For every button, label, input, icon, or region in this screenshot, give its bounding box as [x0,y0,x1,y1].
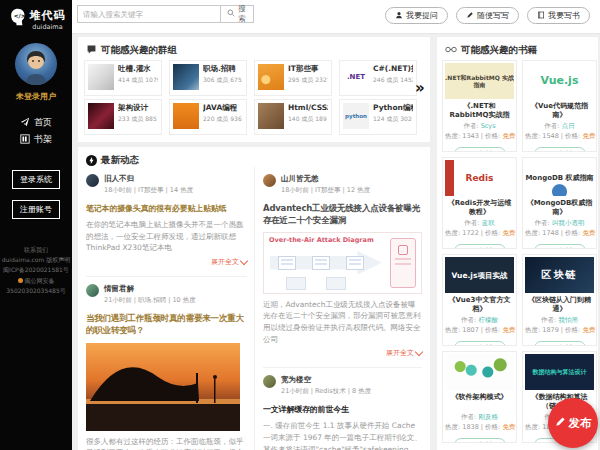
ask-question-button[interactable]: 我要提问 [385,7,448,24]
book-author-link[interactable]: 蓝联 [482,219,495,227]
feed-title: 最新动态 [101,154,139,167]
post-author[interactable]: 旧人不归 [104,174,193,184]
price-label: 免费 [502,229,515,237]
book-cover[interactable]: Redis [445,160,514,196]
book-title[interactable]: 《Vue3中文官方文档》 [445,296,514,315]
post-meta: 21小时前 | 职场.招聘 | 10 热度 [104,296,196,305]
book-cover[interactable] [445,354,514,390]
post-author[interactable]: 宽为楼空 [281,375,371,385]
start-reading-button[interactable]: 开始阅读 [454,147,506,152]
group-name[interactable]: 职场.招聘 [203,64,243,74]
book-author-link[interactable]: 刚及格 [478,413,498,421]
book-cover[interactable]: Vue.js项目实战 [445,257,514,293]
book-cover[interactable]: Vue.js [525,63,594,99]
footer-icp: 闽ICP备2020021581号 [0,265,72,275]
group-name[interactable]: Python编程 [373,103,413,113]
user-avatar[interactable] [86,284,99,297]
avatar[interactable] [15,43,57,85]
book-cover[interactable]: 区块链 [525,257,594,293]
post-title[interactable]: 笔记本的摄像头真的很有必要贴上贴贴纸 [86,203,247,214]
post-image-attack-diagram[interactable]: Over-the-Air Attack Diagram [263,232,422,294]
casual-write-button[interactable]: 随便写写 [456,7,519,24]
groups-title: 可能感兴趣的群组 [101,44,177,57]
group-avatar-python[interactable]: python [343,103,369,129]
groups-panel: 可能感兴趣的群组 吐槽.灌水 414 成员 1079 话题 +加关注 职场.招聘… [78,37,430,142]
user-avatar[interactable] [263,375,276,388]
start-reading-button[interactable]: 开始阅读 [454,341,506,346]
group-name[interactable]: Html/CSS相关 [288,103,328,113]
publish-button[interactable]: 发布 [548,398,598,448]
post-body: 在你的笔记本电脑上贴上摄像头并不是一个愚蠢的想法，一位安全工程师发现，通过刷新联… [86,219,247,254]
group-avatar[interactable] [258,64,284,90]
start-reading-button[interactable]: 开始阅读 [534,147,586,152]
logo[interactable]: </> 堆代码 duidaima [0,7,72,31]
user-avatar[interactable] [86,174,99,187]
pencil-icon [555,416,566,430]
price-label: 免费 [582,229,595,237]
start-reading-button[interactable]: 开始阅读 [534,244,586,249]
sidebar-item-bookshelf[interactable]: 书架 [0,131,72,148]
group-name[interactable]: 架构设计 [118,103,158,113]
svg-text:</>: </> [13,13,25,19]
book-author-link[interactable]: 柠檬酸 [478,316,498,324]
sidebar-item-home[interactable]: 首页 [0,114,72,131]
book-cover[interactable]: 数据结构与算法设计 [525,354,594,390]
group-avatar-dotnet[interactable]: .NET [343,64,369,90]
write-book-button[interactable]: 我要写书 [527,7,590,24]
post-title[interactable]: Advantech工业级无线接入点设备被曝光存在近二十个安全漏洞 [263,203,422,227]
post-author[interactable]: 情留君解 [104,284,196,294]
logo-head-icon: </> [7,7,27,31]
search-button[interactable]: 搜索 [220,5,254,23]
book-title[interactable]: 《软件架构模式》 [445,393,514,412]
group-card: 职场.招聘 306 成员 675 话题 +加关注 [169,60,247,96]
group-name[interactable]: 吐槽.灌水 [118,64,158,74]
post-author[interactable]: 山川皆无恙 [281,174,370,184]
footer-contact-link[interactable]: 联系我们 [0,245,72,255]
book-cover[interactable]: MongoDB 权威指南 [525,160,594,196]
groups-carousel-next[interactable]: » [415,79,425,97]
book-card: Redis 《Redis开发与运维教程》 作者: 蓝联 热度: 1722 | 价… [442,157,517,249]
group-avatar[interactable] [88,103,114,129]
expand-full-text-link[interactable]: 展开全文 [263,348,422,358]
sidebar-item-bookshelf-label: 书架 [34,133,52,146]
book-title[interactable]: 《Vue代码规范指南》 [525,102,594,121]
group-name[interactable]: C#(.NET)技术 [373,64,413,74]
book-title[interactable]: 《区块链从入门到精通》 [525,296,594,315]
book-author-link[interactable]: 点日 [562,122,575,130]
expand-full-text-link[interactable]: 展开全文 [86,257,247,267]
group-avatar[interactable] [173,103,199,129]
book-author-link[interactable]: Scys [481,122,496,130]
site-title: 堆代码 [30,8,66,23]
group-card: python Python编程 124 成员 302 话题 +加关注 [339,99,417,135]
footer-copyright: duidaima.com 版权声明 [0,255,72,265]
post-meta: 18小时前 | IT那些事 | 12 热度 [281,186,370,195]
books-panel: 可能感兴趣的书籍 .NET和RabbitMQ 实战指南 《.NET和Rabbit… [437,37,598,450]
start-reading-button[interactable]: 开始阅读 [454,438,506,443]
book-title[interactable]: 《Redis开发与运维教程》 [445,199,514,218]
group-name[interactable]: IT那些事 [288,64,328,74]
post-image-sunset[interactable] [86,343,247,431]
register-button[interactable]: 注册账号 [12,200,60,219]
group-avatar[interactable] [88,64,114,90]
start-reading-button[interactable]: 开始阅读 [534,341,586,346]
book-title[interactable]: 《MongoDB权威指南》 [525,199,594,218]
book-title[interactable]: 《.NET和RabbitMQ实战指南》 [445,102,514,121]
search-input[interactable] [77,5,221,23]
login-button[interactable]: 登录系统 [12,170,60,189]
user-avatar[interactable] [263,174,276,187]
book-author-link[interactable]: 我怕黑 [558,316,578,324]
diagram-caption: Over-the-Air Attack Diagram [269,236,374,244]
group-avatar[interactable] [173,64,199,90]
book-cover[interactable]: .NET和RabbitMQ 实战指南 [445,63,514,99]
group-avatar[interactable] [258,103,284,129]
post-title[interactable]: 当我们遇到工作瓶颈时真的需要来一次重大的职业转变吗？ [86,313,247,337]
post-title[interactable]: 一文详解缓存的前世今生 [263,404,422,415]
diagram-step [278,256,296,270]
post-meta: 21小时前 | Redis技术 | 8 热度 [281,387,371,396]
start-reading-button[interactable]: 开始阅读 [454,244,506,249]
group-name[interactable]: JAVA编程 [203,103,243,113]
book-card: MongoDB 权威指南 《MongoDB权威指南》 作者: 叫我小透明 热度:… [522,157,597,249]
group-card: IT那些事 295 成员 2327 话题 +加关注 [254,60,332,96]
book-author-link[interactable]: 叫我小透明 [552,219,585,227]
group-card: JAVA编程 220 成员 936 话题 +加关注 [169,99,247,135]
